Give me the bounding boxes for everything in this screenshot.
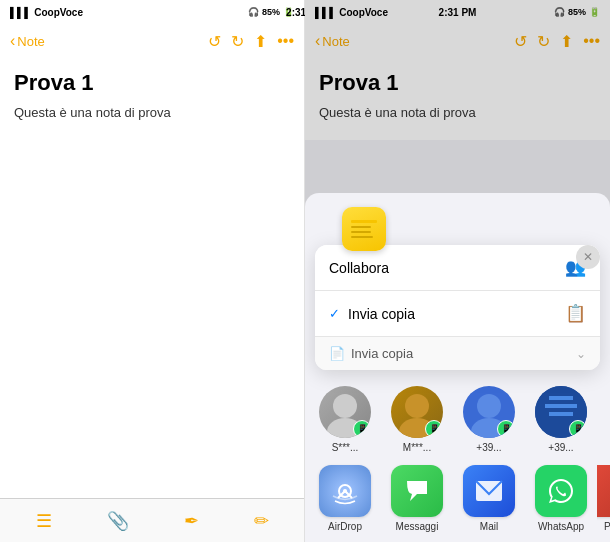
notes-app-icon	[342, 207, 386, 251]
messages-label: Messaggi	[396, 521, 439, 532]
redo-icon[interactable]: ↻	[231, 32, 244, 51]
left-note-body: Questa è una nota di prova	[14, 104, 290, 122]
whatsapp-label: WhatsApp	[538, 521, 584, 532]
left-carrier: ▌▌▌ CoopVoce	[10, 7, 83, 18]
share-sub-option[interactable]: 📄 Invia copia ⌄	[315, 336, 600, 370]
notes-lines	[344, 212, 384, 246]
contact-item-3[interactable]: 📱 +39...	[453, 386, 525, 453]
whatsapp-icon	[535, 465, 587, 517]
note-line-4	[351, 236, 373, 238]
share-option-send-copy[interactable]: ✓ Invia copia 📋	[315, 290, 600, 336]
left-nav-bar: ‹ Note ↺ ↻ ⬆ •••	[0, 22, 304, 60]
undo-icon[interactable]: ↺	[208, 32, 221, 51]
app-item-partial[interactable]: Pro...	[597, 465, 610, 532]
share-close-button[interactable]: ✕	[576, 245, 600, 269]
close-x-icon: ✕	[583, 250, 593, 264]
contact-item-1[interactable]: 📱 S***...	[309, 386, 381, 453]
app-item-mail[interactable]: Mail	[453, 465, 525, 532]
contact-avatar-3: 📱	[463, 386, 515, 438]
share-icon[interactable]: ⬆	[254, 32, 267, 51]
checkmark-icon: ✓	[329, 306, 340, 321]
sub-option-label: Invia copia	[351, 346, 413, 361]
headphones-icon: 🎧	[248, 7, 259, 17]
contact-item-2[interactable]: 📱 M***...	[381, 386, 453, 453]
svg-rect-8	[545, 404, 577, 408]
signal-icon: ▌▌▌	[10, 7, 31, 18]
svg-point-0	[333, 394, 357, 418]
share-dropdown: Collabora 👥 ✓ Invia copia 📋 📄 Invia copi…	[315, 245, 600, 370]
app-icons-row: AirDrop Messaggi Mail	[305, 461, 610, 542]
contacts-row: 📱 S***... 📱 M***...	[305, 378, 610, 461]
send-copy-label: Invia copia	[348, 306, 415, 322]
contact-avatar-1: 📱	[319, 386, 371, 438]
svg-rect-7	[549, 396, 573, 400]
compose-icon[interactable]: ✏	[254, 510, 269, 532]
paperclip-icon[interactable]: 📎	[107, 510, 129, 532]
mail-label: Mail	[480, 521, 498, 532]
sub-doc-icon: 📄	[329, 346, 345, 361]
svg-point-2	[405, 394, 429, 418]
note-line-2	[351, 226, 371, 228]
left-status-bar: ▌▌▌ CoopVoce 2:31 PM 🎧 85% 🔋	[0, 0, 304, 22]
airdrop-label: AirDrop	[328, 521, 362, 532]
note-line-3	[351, 231, 371, 233]
partial-label: Pro...	[604, 521, 610, 532]
svg-point-4	[477, 394, 501, 418]
more-icon[interactable]: •••	[277, 32, 294, 50]
document-icon: 📋	[565, 303, 586, 324]
app-item-messages[interactable]: Messaggi	[381, 465, 453, 532]
airdrop-icon	[319, 465, 371, 517]
chevron-down-icon: ⌄	[576, 347, 586, 361]
left-nav-actions: ↺ ↻ ⬆ •••	[208, 32, 294, 51]
messages-icon	[391, 465, 443, 517]
svg-point-11	[343, 489, 347, 493]
contact-avatar-4: 📱	[535, 386, 587, 438]
svg-rect-9	[549, 412, 573, 416]
collaborate-label: Collabora	[329, 260, 389, 276]
left-panel: ▌▌▌ CoopVoce 2:31 PM 🎧 85% 🔋 ‹ Note ↺ ↻ …	[0, 0, 305, 542]
contact-name-1: S***...	[332, 442, 359, 453]
whatsapp-badge-2: 📱	[425, 420, 443, 438]
contact-name-4: +39...	[548, 442, 573, 453]
right-panel: ▌▌▌ CoopVoce 2:31 PM 🎧 85% 🔋 ‹ Note ↺ ↻ …	[305, 0, 610, 542]
pen-icon[interactable]: ✒	[184, 510, 199, 532]
whatsapp-badge-1: 📱	[353, 420, 371, 438]
partial-app-icon	[597, 465, 610, 517]
left-back-button[interactable]: ‹ Note	[10, 32, 45, 50]
contact-item-4[interactable]: 📱 +39...	[525, 386, 597, 453]
share-option-collaborate[interactable]: Collabora 👥	[315, 245, 600, 290]
list-icon[interactable]: ☰	[36, 510, 52, 532]
mail-icon	[463, 465, 515, 517]
app-item-whatsapp[interactable]: WhatsApp	[525, 465, 597, 532]
contact-avatar-2: 📱	[391, 386, 443, 438]
contact-name-2: M***...	[403, 442, 431, 453]
back-chevron-icon: ‹	[10, 32, 15, 50]
share-sheet: Collabora 👥 ✓ Invia copia 📋 📄 Invia copi…	[305, 193, 610, 542]
left-note-content: Prova 1 Questa è una nota di prova	[0, 60, 304, 498]
left-bottom-toolbar: ☰ 📎 ✒ ✏	[0, 498, 304, 542]
note-line-1	[351, 220, 377, 223]
left-note-title: Prova 1	[14, 70, 290, 96]
contact-name-3: +39...	[476, 442, 501, 453]
whatsapp-badge-4: 📱	[569, 420, 587, 438]
whatsapp-badge-3: 📱	[497, 420, 515, 438]
app-item-airdrop[interactable]: AirDrop	[309, 465, 381, 532]
